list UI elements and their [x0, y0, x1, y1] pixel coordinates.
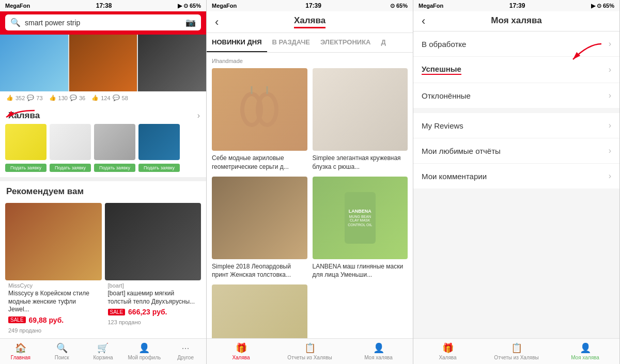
product-img-3: [212, 177, 307, 259]
tab3-reports[interactable]: 📋 Отчеты из Халявы: [482, 339, 551, 364]
product-name-1: Себе модные акриловые геометрические сер…: [212, 154, 307, 171]
apply-btn-4[interactable]: Подать заявку: [138, 164, 180, 172]
rec-brand-1: MissCycy: [5, 280, 102, 290]
tab2-my-halava-label: Моя халява: [364, 355, 393, 360]
status-bar-1: MegaFon 17:38 ▶ ⊙ 65%: [0, 0, 206, 11]
tabs-row-2: НОВИНКИ ДНЯ В РАЗДАЧЕ ЭЛЕКТРОНИКА Д: [207, 33, 413, 53]
time-3: 17:39: [509, 2, 525, 9]
tab3-halava-label: Халява: [439, 355, 456, 360]
rec-price-row-1: SALE 69,88 руб.: [5, 316, 102, 327]
halava-img-1: [5, 124, 47, 160]
halava-arrow[interactable]: ›: [197, 111, 200, 120]
tab2-reports[interactable]: 📋 Отчеты из Халявы: [275, 339, 344, 364]
rec-product-1: MissCycy Misscycy в Корейском стиле модн…: [5, 203, 102, 337]
like-icon-2: 👍: [49, 94, 56, 101]
sold-count-2: 123 продано: [105, 319, 202, 328]
rec-img-1: [5, 203, 102, 280]
stat-1: 👍 352 💬 73: [6, 94, 43, 101]
tab-more-category[interactable]: Д: [376, 33, 391, 52]
tab-bar-2: 🎁 Халява 📋 Отчеты из Халявы 👤 Моя халява: [207, 338, 413, 364]
search-input[interactable]: [25, 19, 181, 27]
search-bar-container: 🔍 📷: [0, 11, 206, 35]
product-card-5[interactable]: [212, 284, 307, 338]
profile-icon: 👤: [138, 342, 150, 354]
phone2-content: Иhandmade Себе модные акриловые геометри…: [207, 53, 413, 338]
halava-img-2: [50, 124, 91, 160]
menu-text-fav-reports: Мои любимые отчёты: [422, 147, 501, 155]
tab2-halava[interactable]: 🎁 Халява: [207, 339, 275, 364]
red-arrow: [1, 108, 37, 126]
product-card-1[interactable]: Себе модные акриловые геометрические сер…: [212, 68, 307, 171]
rec-price-row-2: SALE 666,23 руб.: [105, 308, 202, 319]
tab2-halava-label: Халява: [232, 355, 250, 360]
apply-btn-3[interactable]: Подать заявку: [94, 164, 135, 172]
clipboard-icon-3: 📋: [511, 342, 522, 354]
apply-btn-2[interactable]: Подать заявку: [50, 164, 91, 172]
product-card-4[interactable]: LANBENA MUNG BEAN CLAY MASK CONTROL OIL …: [313, 177, 408, 280]
tab-profile[interactable]: 👤 Мой профиль: [123, 339, 165, 364]
earrings-svg: [239, 78, 280, 140]
cart-icon: 🛒: [97, 342, 109, 354]
tab2-my-halava[interactable]: 👤 Моя халява: [344, 339, 413, 364]
halava-product-3: Подать заявку: [94, 124, 135, 172]
apply-btn-1[interactable]: Подать заявку: [5, 164, 47, 172]
tab-search-label: Поиск: [55, 355, 69, 360]
tab3-reports-label: Отчеты из Халявы: [494, 355, 538, 360]
rec-product-2: [boart] [boart] кашемир мягкий толстый т…: [105, 203, 202, 337]
comment-icon: 💬: [27, 94, 34, 101]
product-card-2[interactable]: Simplee элегантная кружевная блузка с рю…: [313, 68, 408, 171]
nav-bar-2: ‹ Халява: [207, 11, 413, 33]
product-img-1: [212, 68, 307, 151]
rec-img-2: [105, 203, 202, 280]
menu-section-2: My Reviews › Мои любимые отчёты › Мои ко…: [413, 113, 619, 188]
tab-cart[interactable]: 🛒 Корзина: [83, 339, 124, 364]
carrier-2: MegaFon: [212, 3, 237, 9]
price-1: 69,88 руб.: [29, 316, 64, 324]
search-bar[interactable]: 🔍 📷: [5, 14, 201, 30]
tab-search[interactable]: 🔍 Поиск: [41, 339, 83, 364]
tab-more[interactable]: ··· Другое: [165, 339, 206, 364]
chevron-processing: ›: [609, 39, 611, 49]
phone-screen-3: MegaFon 17:39 ▶ ⊙ 65% ‹ Моя халява В обр…: [413, 0, 620, 364]
camera-icon[interactable]: 📷: [185, 18, 196, 27]
menu-item-fav-reports[interactable]: Мои любимые отчёты ›: [413, 138, 619, 164]
tab3-halava[interactable]: 🎁 Халява: [413, 339, 482, 364]
product-card-3[interactable]: Simplee 2018 Леопардовый принт Женская т…: [212, 177, 307, 280]
tab-more-label: Другое: [177, 355, 194, 360]
nav-title-2: Халява: [294, 15, 326, 28]
status-bar-2: MegaFon 17:39 ⊙ 65%: [207, 0, 413, 11]
more-icon: ···: [182, 343, 190, 354]
clipboard-icon: 📋: [304, 342, 316, 354]
rec-brand-2: [boart]: [105, 280, 202, 290]
halava-img-4: [138, 124, 180, 160]
back-button-2[interactable]: ‹: [215, 15, 219, 29]
tab-electronics[interactable]: ЭЛЕКТРОНИКА: [315, 33, 376, 52]
tab-in-distribution[interactable]: В РАЗДАЧЕ: [267, 33, 316, 52]
menu-item-comments[interactable]: Мои комментарии ›: [413, 164, 619, 188]
carrier-3: MegaFon: [419, 3, 443, 9]
rec-name-1: Misscycy в Корейском стиле модные женски…: [5, 290, 102, 316]
phone-screen-1: MegaFon 17:38 ▶ ⊙ 65% 🔍 📷 👍 352 💬 73: [0, 0, 207, 364]
images-strip: [0, 35, 206, 91]
tab-home[interactable]: 🏠 Главная: [0, 339, 41, 364]
menu-item-successful[interactable]: Успешные ›: [413, 57, 619, 83]
gift-icon: 🎁: [236, 342, 247, 354]
sold-count-1: 249 продано: [5, 327, 102, 337]
tab-new-items[interactable]: НОВИНКИ ДНЯ: [207, 33, 267, 52]
menu-item-declined[interactable]: Отклонённые ›: [413, 83, 619, 108]
chevron-comments: ›: [609, 171, 611, 181]
tab3-my-halava[interactable]: 👤 Моя халява: [551, 339, 619, 364]
menu-item-reviews[interactable]: My Reviews ›: [413, 113, 619, 138]
back-button-3[interactable]: ‹: [422, 14, 425, 28]
red-arrow-3: [552, 41, 604, 65]
tab-bar-3: 🎁 Халява 📋 Отчеты из Халявы 👤 Моя халява: [413, 338, 619, 364]
brand-label: Иhandmade: [212, 58, 408, 64]
product-img-4: LANBENA MUNG BEAN CLAY MASK CONTROL OIL: [313, 177, 408, 259]
chevron-declined: ›: [609, 91, 611, 100]
time-1: 17:38: [96, 2, 112, 9]
halava-product-4: Подать заявку: [138, 124, 180, 172]
product-name-3: Simplee 2018 Леопардовый принт Женская т…: [212, 262, 307, 280]
product-name-2: Simplee элегантная кружевная блузка с рю…: [313, 154, 408, 171]
search-tab-icon: 🔍: [56, 342, 68, 354]
menu-text-comments: Мои комментарии: [422, 172, 487, 181]
